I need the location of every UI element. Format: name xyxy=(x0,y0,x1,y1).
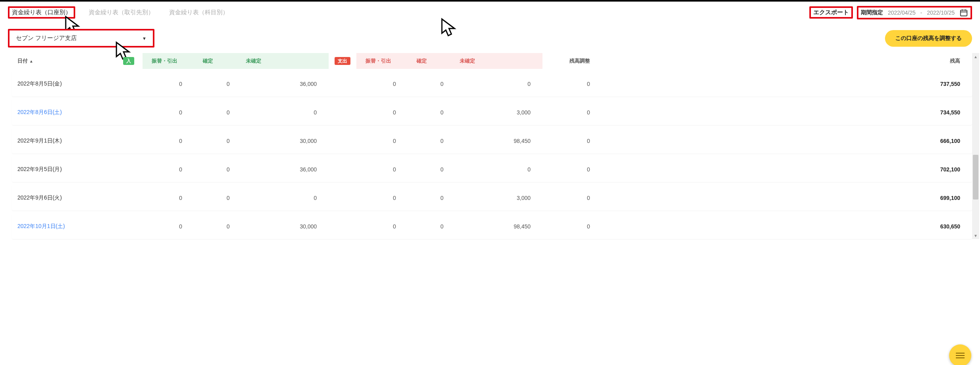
cell-in-confirmed: 0 xyxy=(186,166,234,173)
table-row[interactable]: 2022年10月1日(土)0030,0000098,4500630,650 xyxy=(12,214,972,239)
col-date-header[interactable]: 日付▲ xyxy=(12,57,115,65)
cell-out-unconfirmed-value: 3,000 xyxy=(491,195,542,201)
svg-rect-0 xyxy=(961,10,967,16)
cell-out-unconfirmed-value: 98,450 xyxy=(491,138,542,144)
caret-down-icon: ▼ xyxy=(142,36,147,41)
scroll-thumb[interactable] xyxy=(973,155,978,200)
cell-out-unconfirmed-value: 0 xyxy=(491,81,542,87)
cell-date[interactable]: 2022年10月1日(土) xyxy=(12,223,115,230)
cell-adjustment: 0 xyxy=(542,81,598,87)
cell-in-unconfirmed-value: 0 xyxy=(277,109,329,116)
scroll-down-arrow[interactable]: ▼ xyxy=(972,232,979,239)
cell-balance: 737,550 xyxy=(598,81,972,87)
col-out-unconfirmed-header: 未確定 xyxy=(447,53,491,69)
cell-date[interactable]: 2022年8月6日(土) xyxy=(12,109,115,116)
cell-out-confirmed: 0 xyxy=(400,195,447,201)
period-label: 期間指定 xyxy=(861,9,883,16)
account-select[interactable]: セブン フリージア支店 ▼ xyxy=(8,29,154,48)
cell-in-confirmed: 0 xyxy=(186,195,234,201)
cell-in-transfer: 0 xyxy=(143,195,186,201)
vertical-scrollbar[interactable]: ▲ ▼ xyxy=(972,53,979,239)
period-picker[interactable]: 期間指定 2022/04/25 - 2022/10/25 xyxy=(857,6,972,19)
cell-date: 2022年9月6日(火) xyxy=(12,194,115,202)
cell-in-confirmed: 0 xyxy=(186,138,234,144)
cell-in-unconfirmed-value: 0 xyxy=(277,195,329,201)
table-row[interactable]: 2022年9月1日(木)0030,0000098,4500666,100 xyxy=(12,128,972,154)
sort-asc-icon: ▲ xyxy=(29,59,33,63)
cell-adjustment: 0 xyxy=(542,109,598,116)
table-header: 日付▲ 入 振替・引出 確定 未確定 支出 振替・引出 確定 未確定 残高調整 … xyxy=(12,53,972,69)
cell-out-confirmed: 0 xyxy=(400,81,447,87)
cell-in-confirmed: 0 xyxy=(186,109,234,116)
table-row[interactable]: 2022年8月6日(土)000003,0000734,550 xyxy=(12,100,972,125)
cell-out-confirmed: 0 xyxy=(400,109,447,116)
cell-out-confirmed: 0 xyxy=(400,223,447,230)
tab-cashflow-by-item[interactable]: 資金繰り表（科目別） xyxy=(167,6,230,19)
cell-in-transfer: 0 xyxy=(143,166,186,173)
cell-in-confirmed: 0 xyxy=(186,81,234,87)
table-row[interactable]: 2022年9月5日(月)0036,0000000702,100 xyxy=(12,157,972,182)
account-selected-label: セブン フリージア支店 xyxy=(16,34,77,42)
cell-in-transfer: 0 xyxy=(143,109,186,116)
cell-out-transfer: 0 xyxy=(356,223,400,230)
cell-balance: 702,100 xyxy=(598,166,972,173)
cell-in-transfer: 0 xyxy=(143,81,186,87)
cell-in-confirmed: 0 xyxy=(186,223,234,230)
cell-balance: 630,650 xyxy=(598,223,972,230)
table-row[interactable]: 2022年8月5日(金)0036,0000000737,550 xyxy=(12,71,972,97)
cell-out-unconfirmed-value: 0 xyxy=(491,166,542,173)
col-out-transfer-header: 振替・引出 xyxy=(356,53,400,69)
expense-badge: 支出 xyxy=(335,57,350,65)
cell-balance: 699,100 xyxy=(598,195,972,201)
cell-date: 2022年9月1日(木) xyxy=(12,137,115,144)
cell-balance: 734,550 xyxy=(598,109,972,116)
col-adjustment-header: 残高調整 xyxy=(542,57,598,65)
calendar-icon xyxy=(959,8,968,17)
cell-in-transfer: 0 xyxy=(143,223,186,230)
tab-cashflow-by-partner[interactable]: 資金繰り表（取引先別） xyxy=(87,6,156,19)
export-button[interactable]: エクスポート xyxy=(809,6,853,19)
col-in-confirmed-header: 確定 xyxy=(186,53,234,69)
adjust-balance-button[interactable]: この口座の残高を調整する xyxy=(885,30,972,47)
col-out-confirmed-header: 確定 xyxy=(400,53,447,69)
cell-out-transfer: 0 xyxy=(356,109,400,116)
income-badge: 入 xyxy=(123,57,134,65)
cell-out-transfer: 0 xyxy=(356,166,400,173)
period-to: 2022/10/25 xyxy=(927,10,955,16)
col-in-unconfirmed-header: 未確定 xyxy=(234,53,277,69)
cell-in-unconfirmed-value: 30,000 xyxy=(277,138,329,144)
cell-in-transfer: 0 xyxy=(143,138,186,144)
cell-adjustment: 0 xyxy=(542,195,598,201)
cell-out-unconfirmed-value: 3,000 xyxy=(491,109,542,116)
cell-date: 2022年9月5日(月) xyxy=(12,166,115,173)
cell-out-transfer: 0 xyxy=(356,195,400,201)
period-from: 2022/04/25 xyxy=(888,10,915,16)
cell-in-unconfirmed-value: 36,000 xyxy=(277,81,329,87)
cell-out-confirmed: 0 xyxy=(400,138,447,144)
cell-out-transfer: 0 xyxy=(356,81,400,87)
cell-in-unconfirmed-value: 30,000 xyxy=(277,223,329,230)
table-row[interactable]: 2022年9月6日(火)000003,0000699,100 xyxy=(12,185,972,211)
cell-out-transfer: 0 xyxy=(356,138,400,144)
period-separator: - xyxy=(920,10,922,16)
cell-in-unconfirmed-value: 36,000 xyxy=(277,166,329,173)
cell-out-unconfirmed-value: 98,450 xyxy=(491,223,542,230)
tab-cashflow-by-account[interactable]: 資金繰り表（口座別） xyxy=(8,6,75,19)
cell-out-confirmed: 0 xyxy=(400,166,447,173)
scroll-up-arrow[interactable]: ▲ xyxy=(972,53,979,60)
cell-date: 2022年8月5日(金) xyxy=(12,80,115,87)
cell-balance: 666,100 xyxy=(598,138,972,144)
cell-adjustment: 0 xyxy=(542,138,598,144)
col-in-transfer-header: 振替・引出 xyxy=(143,53,186,69)
cell-adjustment: 0 xyxy=(542,223,598,230)
cell-adjustment: 0 xyxy=(542,166,598,173)
col-balance-header: 残高 xyxy=(598,57,972,65)
